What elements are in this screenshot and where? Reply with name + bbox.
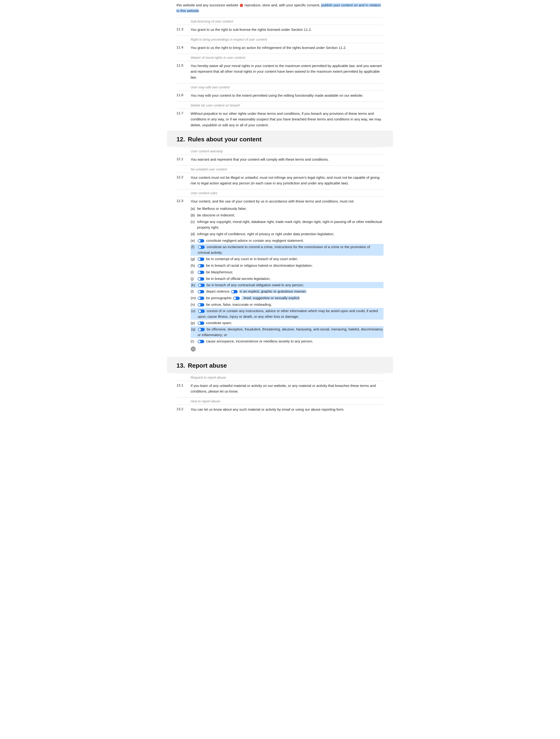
section-12-number: 12. [176, 136, 185, 143]
toggle-k[interactable] [198, 284, 205, 287]
sub-content-c: infringe any copyright, moral right, dat… [197, 219, 384, 230]
item-11-5: 11.5 You hereby waive all your moral rig… [176, 61, 384, 83]
toggle-r[interactable] [198, 340, 205, 343]
sub-content-l: depict violence in an explicit, graphic … [197, 289, 384, 294]
item-11-6-number: 11.6 [176, 93, 190, 99]
divider-after-right [176, 43, 384, 43]
item-12-2-number: 12.2 [176, 175, 190, 186]
divider-after-how [176, 405, 384, 405]
item-12-3-number: 12.3 [176, 198, 190, 354]
sub-content-g: be in contempt of any court or in breach… [197, 256, 384, 262]
item-13-1-number: 13.1 [176, 383, 190, 395]
divider-user-edit [176, 83, 384, 84]
divider-request-report [176, 374, 384, 374]
sub-label-b: (b) [190, 212, 197, 218]
sub-content-h: be in breach of racial or religious hatr… [197, 263, 384, 268]
sub-content-q: be offensive, deceptive, fraudulent, thr… [198, 326, 383, 338]
item-11-3-number: 11.3 [176, 27, 190, 33]
item-11-3: 11.3 You grant to us the right to sub-li… [176, 25, 384, 35]
sub-label-a: (a) [190, 206, 197, 211]
sub-content-d: infringe any right of confidence, right … [197, 231, 384, 237]
sub-content-f: constitute an incitement to commit a cri… [198, 244, 383, 256]
divider-content-rules [176, 189, 384, 189]
sub-label-o: (o) [191, 308, 198, 314]
delete-label: Delete etc user content on breach [176, 102, 384, 108]
item-12-1: 12.1 You warrant and represent that your… [176, 155, 384, 165]
globe-icon-container [190, 346, 384, 353]
section-13-bg: 13. Report abuse [167, 357, 393, 373]
sub-label-g: (g) [190, 256, 197, 262]
user-warranty-label: User content warranty [176, 148, 384, 154]
toggle-f[interactable] [198, 246, 205, 249]
toggle-m[interactable] [198, 297, 205, 300]
item-12-3-content: Your content, and the use of your conten… [190, 198, 384, 354]
item-13-1: 13.1 If you learn of any unlawful materi… [176, 382, 384, 397]
section-13-title: Report abuse [188, 362, 227, 369]
toggle-o[interactable] [198, 309, 205, 313]
sub-item-b: (b) be obscene or indecent; [190, 212, 384, 218]
sub-content-j: be in breach of official secrets legisla… [197, 276, 384, 282]
divider-after-rules [176, 196, 384, 197]
sub-content-k: be in breach of any contractual obligati… [198, 282, 383, 288]
item-13-2-number: 13.2 [176, 407, 190, 413]
item-11-7-content: Without prejudice to our other rights un… [190, 111, 384, 128]
sub-item-d: (d) infringe any right of confidence, ri… [190, 231, 384, 237]
sub-item-f: (f) constitute an incitement to commit a… [190, 244, 384, 256]
item-12-3: 12.3 Your content, and the use of your c… [176, 197, 384, 357]
item-13-1-content: If you learn of any unlawful material or… [190, 383, 384, 395]
sub-content-m: be pornographic , lewd, suggestive or se… [197, 295, 384, 301]
section-12-title: Rules about your content [188, 136, 261, 143]
sub-content-i: be blasphemous; [197, 269, 384, 275]
divider-right-to-bring [176, 35, 384, 36]
sub-label-i: (i) [190, 269, 197, 275]
sub-content-b: be obscene or indecent; [197, 212, 384, 218]
divider-after-edit [176, 91, 384, 91]
stop-icon [240, 4, 243, 7]
sub-content-n: be untrue, false, inaccurate or misleadi… [197, 302, 384, 307]
waiver-label: Waiver of moral rights in user content [176, 54, 384, 60]
no-unlawful-label: No unlawful user content [176, 166, 384, 172]
sub-item-i: (i) be blasphemous; [190, 269, 384, 275]
globe-icon [190, 346, 196, 351]
sub-label-e: (e) [190, 238, 197, 244]
item-11-7: 11.7 Without prejudice to our other righ… [176, 109, 384, 131]
toggle-m-mid[interactable] [233, 297, 240, 300]
toggle-e[interactable] [198, 239, 205, 243]
sub-item-p: (p) constitute spam; [190, 320, 384, 326]
toggle-n[interactable] [198, 303, 205, 306]
sub-items-list: (a) be libellous or maliciously false; (… [190, 204, 384, 344]
toggle-j[interactable] [198, 277, 205, 281]
sub-content-r: cause annoyance, inconvenience or needle… [197, 338, 384, 344]
sub-content-e: constitute negligent advice or contain a… [197, 238, 384, 244]
toggle-q[interactable] [198, 328, 205, 331]
sub-item-c: (c) infringe any copyright, moral right,… [190, 218, 384, 231]
toggle-h[interactable] [198, 264, 205, 267]
divider-after-waiver [176, 61, 384, 61]
sub-item-r: (r) cause annoyance, inconvenience or ne… [190, 338, 384, 344]
sub-label-m: (m) [190, 295, 197, 301]
intro-text-part1: this website and any successor website [176, 3, 238, 7]
toggle-i[interactable] [198, 271, 205, 274]
sub-label-r: (r) [190, 338, 197, 344]
toggle-p[interactable] [198, 321, 205, 325]
sub-label-k: (k) [191, 282, 198, 288]
item-13-2: 13.2 You can let us know about any such … [176, 405, 384, 415]
item-12-3-intro: Your content, and the use of your conten… [190, 199, 355, 203]
sub-label-p: (p) [190, 320, 197, 326]
request-report-label: Request to report abuse [176, 374, 384, 380]
toggle-l-mid[interactable] [231, 290, 238, 293]
item-11-5-number: 11.5 [176, 63, 190, 81]
item-11-7-number: 11.7 [176, 111, 190, 128]
user-edit-label: User may edit own content [176, 84, 384, 90]
sub-label-d: (d) [190, 231, 197, 237]
item-11-6: 11.6 You may edit your content to the ex… [176, 91, 384, 101]
toggle-g[interactable] [198, 258, 205, 261]
sub-content-p: constitute spam; [197, 320, 384, 326]
sub-content-a: be libellous or maliciously false; [197, 206, 384, 211]
sub-item-j: (j) be in breach of official secrets leg… [190, 275, 384, 282]
sub-item-a: (a) be libellous or maliciously false; [190, 205, 384, 212]
item-11-6-content: You may edit your content to the extent … [190, 93, 384, 99]
section-13-heading: 13. Report abuse [176, 358, 384, 372]
divider-how-report [176, 397, 384, 398]
toggle-l[interactable] [198, 290, 205, 293]
